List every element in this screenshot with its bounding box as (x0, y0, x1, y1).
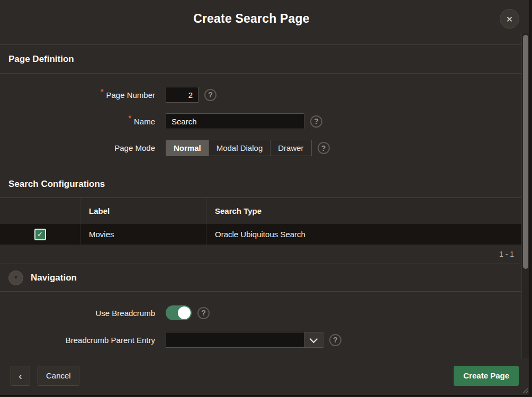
page-mode-option-drawer[interactable]: Drawer (270, 140, 311, 156)
page-mode-segmented-control: Normal Modal Dialog Drawer (166, 140, 312, 156)
section-heading-navigation: Navigation (31, 273, 77, 283)
chevron-left-icon: ‹ (19, 369, 22, 382)
dialog-title: Create Search Page (0, 12, 503, 26)
page-number-help-icon[interactable]: ? (204, 89, 217, 101)
table-cell-search-type[interactable]: Oracle Ubiquitous Search (206, 224, 521, 245)
page-mode-label: Page Mode (0, 143, 155, 152)
breadcrumb-parent-entry-label: Breadcrumb Parent Entry (0, 336, 155, 345)
breadcrumb-parent-entry-combobox (166, 332, 323, 348)
name-input[interactable] (166, 113, 304, 129)
create-page-button[interactable]: Create Page (454, 366, 519, 386)
breadcrumb-parent-entry-dropdown-button[interactable] (304, 332, 323, 348)
cancel-button[interactable]: Cancel (38, 366, 79, 386)
navigation-section-header: ▼ Navigation (0, 264, 521, 292)
table-cell-label[interactable]: Movies (80, 224, 206, 245)
resize-handle-icon[interactable] (521, 387, 528, 393)
scrollbar-thumb[interactable] (523, 35, 528, 269)
scrollbar-track[interactable] (521, 33, 529, 358)
page-number-input[interactable] (166, 87, 199, 103)
dialog-body: Page Definition * Page Number ? * Name (0, 45, 529, 356)
breadcrumb-parent-entry-row: Breadcrumb Parent Entry ? (0, 332, 521, 348)
required-icon: * (129, 114, 131, 122)
search-configurations-table: Label Search Type ✓ Movies Oracle Ubiqui… (0, 198, 521, 245)
table-pagination: 1 - 1 (0, 245, 521, 264)
name-label: * Name (0, 117, 155, 126)
use-breadcrumb-row: Use Breadcrumb ? (0, 305, 521, 320)
required-icon: * (101, 87, 103, 96)
page-mode-help-icon[interactable]: ? (318, 142, 330, 154)
toggle-knob (178, 306, 191, 319)
close-button[interactable]: × (500, 9, 519, 29)
use-breadcrumb-help-icon[interactable]: ? (197, 307, 210, 319)
dialog-footer: ‹ Cancel Create Page (0, 356, 529, 395)
chevron-down-icon (310, 335, 318, 343)
use-breadcrumb-label: Use Breadcrumb (0, 309, 155, 318)
triangle-down-icon: ▼ (14, 275, 19, 280)
create-search-page-dialog: Create Search Page × Page Definition * P… (0, 0, 530, 396)
use-breadcrumb-toggle[interactable] (166, 305, 192, 320)
page-definition-form: * Page Number ? * Name ? (0, 74, 521, 156)
page-number-row: * Page Number ? (0, 87, 521, 103)
table-header-label: Label (80, 198, 206, 224)
section-heading-search-configurations: Search Configurations (0, 156, 521, 198)
navigation-form: Use Breadcrumb ? Breadcrumb Parent Entry (0, 292, 521, 348)
back-button[interactable]: ‹ (11, 366, 30, 386)
table-header-search-type: Search Type (206, 198, 521, 224)
page-mode-option-normal[interactable]: Normal (166, 140, 209, 156)
section-heading-page-definition: Page Definition (0, 45, 521, 74)
page-mode-row: Page Mode Normal Modal Dialog Drawer ? (0, 140, 521, 156)
name-help-icon[interactable]: ? (310, 115, 322, 128)
collapse-button[interactable]: ▼ (8, 270, 23, 285)
breadcrumb-parent-entry-help-icon[interactable]: ? (329, 334, 341, 346)
breadcrumb-parent-entry-input[interactable] (166, 332, 304, 348)
dialog-header: Create Search Page × (0, 0, 529, 45)
close-icon: × (506, 13, 512, 25)
table-row-checkbox-cell: ✓ (0, 224, 80, 245)
page-mode-option-modal-dialog[interactable]: Modal Dialog (209, 140, 271, 156)
row-checkbox[interactable]: ✓ (34, 229, 46, 240)
name-row: * Name ? (0, 113, 521, 129)
checkmark-icon: ✓ (37, 230, 43, 238)
page-number-label: * Page Number (0, 91, 155, 100)
table-header-select (0, 198, 80, 224)
